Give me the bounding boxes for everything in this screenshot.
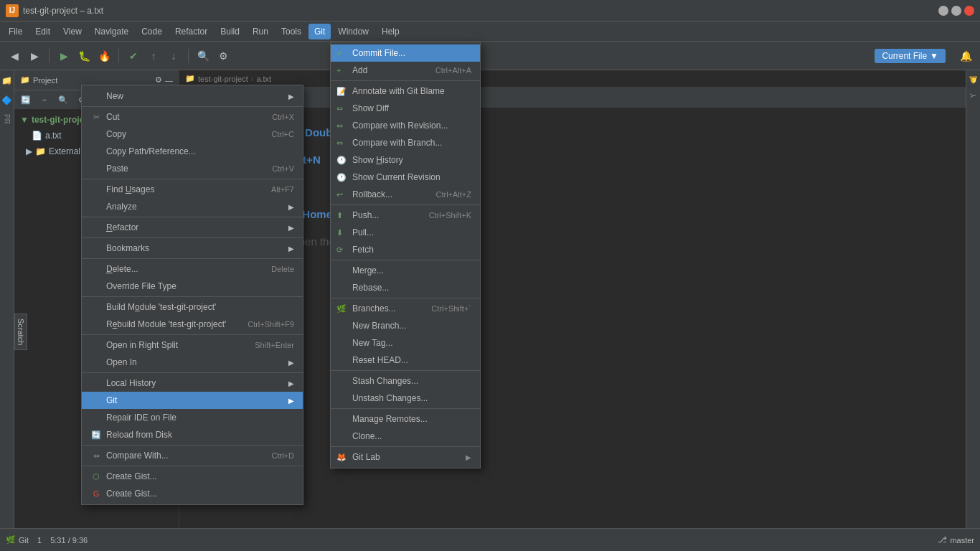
ctx-cut[interactable]: ✂ Cut Ctrl+X bbox=[82, 108, 303, 126]
git-compare-revision[interactable]: ⇔ Compare with Revision... bbox=[331, 117, 480, 134]
ctx-analyze[interactable]: Analyze ▶ bbox=[82, 198, 303, 215]
menu-help[interactable]: Help bbox=[376, 24, 405, 39]
ctx-refactor[interactable]: Refactor ▶ bbox=[82, 219, 303, 236]
git-show-history[interactable]: 🕐 Show History bbox=[331, 151, 480, 169]
ctx-rebuild-module[interactable]: Rebuild Module 'test-git-project' Ctrl+S… bbox=[82, 316, 303, 333]
toolbar-search[interactable]: 🔍 bbox=[194, 47, 212, 65]
breadcrumb-project[interactable]: test-git-project bbox=[198, 75, 248, 83]
ctx-bookmarks-label: Bookmarks bbox=[106, 243, 149, 253]
ctx-git[interactable]: Git ▶ bbox=[82, 392, 303, 409]
toolbar-settings[interactable]: ⚙ bbox=[215, 47, 232, 65]
git-fetch[interactable]: ⟳ Fetch bbox=[331, 241, 480, 258]
git-manage-remotes[interactable]: Manage Remotes... bbox=[331, 410, 480, 428]
git-unstash[interactable]: Unstash Changes... bbox=[331, 390, 480, 407]
ctx-build-module[interactable]: Build Module 'test-git-project' bbox=[82, 298, 303, 316]
toolbar-run-button[interactable]: ▶ bbox=[55, 47, 72, 65]
time-label: 5:31 / 9:36 bbox=[50, 536, 88, 545]
ctx-reload-label: Reload from Disk bbox=[106, 430, 172, 440]
toolbar-vcs-button[interactable]: ✔ bbox=[125, 47, 142, 65]
ctx-create-gist-2[interactable]: G Create Gist... bbox=[82, 485, 303, 502]
ctx-paste[interactable]: Paste Ctrl+V bbox=[82, 160, 303, 177]
git-rollback[interactable]: ↩ Rollback... Ctrl+Alt+Z bbox=[331, 186, 480, 203]
git-reset-head[interactable]: Reset HEAD... bbox=[331, 352, 480, 369]
ctx-new-label: New bbox=[106, 91, 123, 101]
scratch-tab[interactable]: Scratch bbox=[14, 314, 27, 350]
git-pull[interactable]: ⬇ Pull... bbox=[331, 224, 480, 241]
copy-shortcut: Ctrl+C bbox=[272, 130, 294, 138]
maximize-button[interactable] bbox=[951, 6, 961, 16]
git-commit-file[interactable]: ✔ Commit File... bbox=[331, 44, 480, 62]
menu-run[interactable]: Run bbox=[247, 24, 274, 39]
panel-filter-btn[interactable]: 🔍 bbox=[55, 91, 72, 108]
ctx-copy-path[interactable]: Copy Path/Reference... bbox=[82, 143, 303, 160]
panel-collapse-btn[interactable]: − bbox=[36, 91, 53, 108]
cut-shortcut: Ctrl+X bbox=[272, 113, 294, 121]
panel-close-icon[interactable]: — bbox=[165, 76, 173, 85]
current-file-badge[interactable]: Current File ▼ bbox=[875, 49, 946, 63]
git-push[interactable]: ⬆ Push... Ctrl+Shift+K bbox=[331, 207, 480, 224]
toolbar-forward-button[interactable]: ▶ bbox=[26, 47, 43, 65]
ctx-create-gist-label-1: Create Gist... bbox=[106, 471, 157, 481]
ctx-open-right[interactable]: Open in Right Split Shift+Enter bbox=[82, 336, 303, 354]
project-tab[interactable]: 📁 bbox=[2, 76, 12, 87]
ctx-sep-8 bbox=[82, 372, 303, 373]
notifications-icon[interactable]: 🔔 bbox=[969, 76, 977, 85]
git-stash[interactable]: Stash Changes... bbox=[331, 372, 480, 390]
close-button[interactable] bbox=[964, 6, 974, 16]
ctx-delete[interactable]: Delete... Delete bbox=[82, 260, 303, 278]
minimize-button[interactable] bbox=[938, 6, 948, 16]
panel-sync-btn[interactable]: 🔄 bbox=[17, 91, 34, 108]
git-show-diff[interactable]: ⇔ Show Diff bbox=[331, 100, 480, 117]
ctx-override-type[interactable]: Override File Type bbox=[82, 278, 303, 295]
git-sep-2 bbox=[331, 204, 480, 205]
hint-line-5: Drop files here to open them bbox=[208, 231, 937, 253]
ctx-find-usages[interactable]: Find Usages Alt+F7 bbox=[82, 181, 303, 198]
toolbar-debug-button[interactable]: 🐛 bbox=[75, 47, 93, 65]
ctx-new[interactable]: New ▶ bbox=[82, 88, 303, 105]
ctx-copy[interactable]: Copy Ctrl+C bbox=[82, 126, 303, 143]
ctx-bookmarks[interactable]: Bookmarks ▶ bbox=[82, 240, 303, 257]
menu-refactor[interactable]: Refactor bbox=[169, 24, 213, 39]
ctx-reload-disk[interactable]: 🔄 Reload from Disk bbox=[82, 426, 303, 443]
git-rebase[interactable]: Rebase... bbox=[331, 279, 480, 296]
youcom-icon[interactable]: Y bbox=[969, 93, 977, 98]
ctx-repair-ide[interactable]: Repair IDE on File bbox=[82, 409, 303, 426]
status-git[interactable]: 🌿 Git bbox=[6, 535, 29, 545]
menu-git[interactable]: Git bbox=[308, 24, 331, 39]
menu-tools[interactable]: Tools bbox=[275, 24, 307, 39]
git-new-branch[interactable]: New Branch... bbox=[331, 317, 480, 334]
breadcrumb-file[interactable]: a.txt bbox=[256, 75, 271, 83]
structure-tab[interactable]: 🔷 bbox=[1, 95, 12, 105]
git-gitlab[interactable]: 🦊 Git Lab ▶ bbox=[331, 448, 480, 466]
git-annotate[interactable]: 📝 Annotate with Git Blame bbox=[331, 83, 480, 100]
ctx-local-history[interactable]: Local History ▶ bbox=[82, 375, 303, 392]
git-new-tag[interactable]: New Tag... bbox=[331, 334, 480, 352]
ctx-open-in[interactable]: Open In ▶ bbox=[82, 354, 303, 371]
menu-code[interactable]: Code bbox=[136, 24, 168, 39]
status-branch[interactable]: ⎇ master bbox=[938, 535, 974, 545]
toolbar-back-button[interactable]: ◀ bbox=[6, 47, 23, 65]
git-branches[interactable]: 🌿 Branches... Ctrl+Shift+` bbox=[331, 300, 480, 317]
toolbar-notifications[interactable]: 🔔 bbox=[957, 47, 974, 65]
toolbar-vcs-push[interactable]: ↑ bbox=[145, 47, 162, 65]
toolbar-profile-button[interactable]: 🔥 bbox=[95, 47, 113, 65]
current-file-arrow: ▼ bbox=[930, 51, 938, 61]
git-show-current[interactable]: 🕐 Show Current Revision bbox=[331, 169, 480, 186]
pull-requests-tab[interactable]: PR bbox=[3, 114, 11, 124]
menu-edit[interactable]: Edit bbox=[29, 24, 56, 39]
panel-settings-icon[interactable]: ⚙ bbox=[155, 75, 162, 85]
menu-build[interactable]: Build bbox=[215, 24, 245, 39]
ctx-create-gist-1[interactable]: ⬡ Create Gist... bbox=[82, 468, 303, 485]
git-clone[interactable]: Clone... bbox=[331, 428, 480, 445]
show-history-icon: 🕐 bbox=[336, 156, 347, 165]
toolbar-vcs-update[interactable]: ↓ bbox=[165, 47, 182, 65]
git-merge[interactable]: Merge... bbox=[331, 262, 480, 279]
menu-view[interactable]: View bbox=[57, 24, 88, 39]
git-compare-branch[interactable]: ⇔ Compare with Branch... bbox=[331, 134, 480, 151]
menu-window[interactable]: Window bbox=[332, 24, 374, 39]
ctx-compare-with[interactable]: ⇔ Compare With... Ctrl+D bbox=[82, 447, 303, 464]
menu-file[interactable]: File bbox=[3, 24, 28, 39]
git-add[interactable]: + Add Ctrl+Alt+A bbox=[331, 62, 480, 79]
menu-navigate[interactable]: Navigate bbox=[89, 24, 134, 39]
status-lines[interactable]: 1 bbox=[37, 536, 42, 545]
